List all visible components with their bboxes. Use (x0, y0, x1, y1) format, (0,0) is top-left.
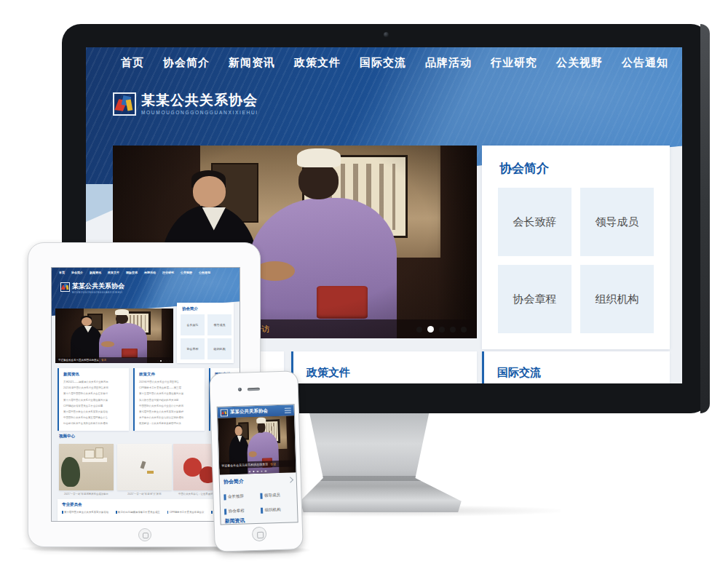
policy-item[interactable]: 第七届中国大学生公共关系策划大赛章程 (135, 409, 205, 415)
news-item[interactable]: 中国国际公共关系协会第五届理事会公告 (59, 415, 129, 421)
about-link-structure[interactable]: 组织机构 (207, 338, 232, 359)
photo-vignette (55, 309, 173, 363)
about-panel: 协会简介 会长致辞 领导成员 协会章程 组织机构 (482, 146, 670, 349)
nav-item-notice[interactable]: 公告通知 (199, 271, 210, 274)
link-bar (260, 493, 262, 498)
tablet-hero-slider: 李道豫会长会见马里共和国总统贵宾 专访 (55, 309, 173, 363)
logo-icon (60, 282, 70, 292)
about-link-leaders[interactable]: 领导成员 (260, 490, 295, 500)
policy-section-box: 政策文件 (291, 351, 477, 383)
slider-dot[interactable] (257, 470, 259, 472)
site-title-en: MOUMOUGONGGONGGUANXIXIEHUI (141, 110, 258, 115)
policy-item[interactable]: 加入联合国全球契约组织的有关说明 (135, 397, 205, 403)
webcam-icon (384, 32, 389, 37)
nav-item-international[interactable]: 国际交流 (126, 271, 138, 274)
committee-link[interactable]: 数字科技与融媒体传播工作委员会成立 (116, 511, 160, 514)
nav-item-notice[interactable]: 公告通知 (622, 56, 668, 70)
nav-item-about[interactable]: 协会简介 (163, 56, 210, 70)
nav-item-brand[interactable]: 品牌活动 (425, 56, 472, 70)
slider-dots (416, 326, 467, 333)
nav-item-research[interactable]: 行业研究 (491, 56, 537, 70)
news-item[interactable]: 协会秘书处关于会员单位年检工作的通知 (59, 421, 129, 426)
nav-item-news[interactable]: 新闻资讯 (90, 271, 101, 274)
slider-dot[interactable] (166, 360, 167, 362)
slider-dot[interactable] (265, 470, 267, 472)
news-item[interactable]: 开局2021——融媒体公共关系行业新风向 (59, 379, 129, 385)
tablet-site-logo[interactable]: 某某公共关系协会 MOUMOUGONGGONGGUANXIXIEHUI (60, 282, 124, 294)
slider-dot[interactable] (163, 360, 165, 362)
about-link-leaders[interactable]: 领导成员 (207, 314, 232, 335)
slider-dot-active[interactable] (427, 326, 434, 333)
committee-link[interactable]: CIPRA学术工作委员会年度会议 (167, 511, 205, 514)
policy-item[interactable]: CIPRA学术工作委员会换届——第三届 (135, 385, 205, 391)
nav-item-news[interactable]: 新闻资讯 (229, 56, 275, 70)
committee-link[interactable]: 第十届中国大学生公共关系策划大赛启动 (62, 511, 108, 514)
nav-item-research[interactable]: 行业研究 (162, 271, 174, 274)
nav-item-policy[interactable]: 政策文件 (108, 271, 119, 274)
news-item[interactable]: 第六届中国大学生公共关系策划大赛启动 (59, 409, 129, 415)
site-title: 某某公共关系协会 (141, 92, 258, 108)
nav-item-home[interactable]: 首页 (121, 56, 144, 70)
link-label: 组织机构 (265, 507, 281, 513)
video-caption: 2021"一带一路"年度词"云"发布 (117, 493, 172, 496)
slider-dot[interactable] (450, 327, 456, 333)
news-item[interactable]: 2021年度中国公共关系行业调查报告发布 (59, 385, 129, 391)
site-logo[interactable]: 某某公共关系协会 MOUMOUGONGGONGGUANXIXIEHUI (113, 92, 258, 116)
policy-item[interactable]: 2019年中国公共关系业行业调查报告 (135, 379, 205, 385)
news-section-title: 新闻资讯 (59, 368, 129, 379)
policy-item[interactable]: 中国国际公共关系协会行业自律公约发布 (135, 403, 205, 409)
slider-dot-active[interactable] (160, 360, 162, 362)
object-shape (147, 471, 154, 474)
about-link-president[interactable]: 会长致辞 (498, 188, 571, 256)
slider-dot[interactable] (461, 327, 467, 333)
nav-item-international[interactable]: 国际交流 (360, 56, 406, 70)
slider-caption-tag: 专访 (101, 359, 106, 362)
nav-item-policy[interactable]: 政策文件 (294, 56, 341, 70)
news-item[interactable]: 第十八届中国国际公共关系大会在京举行 (59, 391, 129, 397)
earpiece-speaker (248, 388, 260, 391)
slider-dot[interactable] (157, 360, 159, 362)
slider-dot[interactable] (439, 327, 445, 333)
policy-item[interactable]: 第十五届中国公共关系行业最佳案例大赛 (135, 391, 205, 397)
video-thumbnail[interactable] (59, 444, 114, 490)
about-link-charter[interactable]: 协会章程 (498, 265, 571, 333)
slider-dot[interactable] (416, 327, 422, 333)
shelf-shape (82, 458, 108, 462)
video-section-title: 视频中心 (59, 434, 75, 439)
about-link-leaders[interactable]: 领导成员 (580, 188, 654, 256)
international-section-box: 国际交流 (482, 351, 670, 383)
about-link-structure[interactable]: 组织机构 (261, 505, 296, 514)
committee-title: 专业委员会 (62, 502, 82, 507)
slider-dot[interactable] (261, 470, 263, 472)
about-link-charter[interactable]: 协会章程 (181, 338, 205, 359)
chevron-right-icon (288, 477, 293, 482)
about-link-structure[interactable]: 组织机构 (580, 265, 654, 333)
news-item[interactable]: CIPRA组织专家委员会工作会议纪要 (59, 403, 129, 409)
site-title-en: MOUMOUGONGGONGGUANXIXIEHUI (72, 291, 124, 294)
nav-item-home[interactable]: 首页 (59, 271, 65, 274)
slider-dots (157, 360, 170, 362)
video-thumbnail[interactable] (117, 444, 172, 490)
policy-item[interactable]: 政策解读：公共关系服务采购管理办法 (135, 421, 205, 426)
about-title: 协会简介 (182, 306, 198, 311)
menu-icon[interactable] (285, 407, 291, 413)
nav-item-vision[interactable]: 公关视野 (181, 271, 192, 274)
nav-item-vision[interactable]: 公关视野 (556, 56, 603, 70)
news-item[interactable]: 第十六届中国公共关系行业最佳案例大赛 (59, 397, 129, 403)
slider-dot[interactable] (169, 360, 170, 362)
policy-item[interactable]: 关于举办公共关系职业培训认证班的通知 (135, 415, 205, 421)
slider-photo (55, 309, 173, 363)
about-link-charter[interactable]: 协会章程 (224, 506, 259, 516)
frame-shape (95, 447, 104, 458)
front-camera-icon (238, 388, 242, 391)
slider-dot-active[interactable] (253, 471, 255, 473)
about-link-president[interactable]: 会长致辞 (181, 314, 205, 335)
phone-about-header[interactable]: 协会简介 (223, 476, 293, 485)
about-link-president[interactable]: 会长致辞 (223, 492, 258, 501)
nav-item-brand[interactable]: 品牌活动 (144, 271, 156, 274)
slider-dot[interactable] (249, 471, 251, 473)
news-section-title: 新闻资讯 (224, 517, 245, 525)
slider-caption-tag: 专访 (270, 462, 276, 466)
nav-item-about[interactable]: 协会简介 (71, 271, 83, 274)
logo-icon (221, 409, 228, 416)
